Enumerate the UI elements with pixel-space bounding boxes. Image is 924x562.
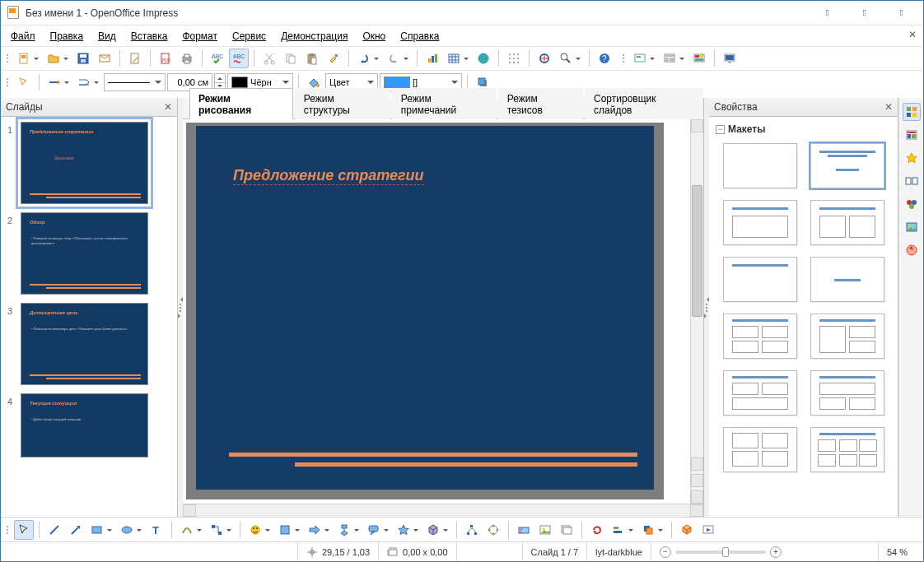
layouts-section-header[interactable]: −Макеты [714, 120, 893, 138]
symbol-shapes-button[interactable] [275, 520, 303, 540]
auto-spellcheck-button[interactable]: ABC [229, 49, 249, 68]
fontwork-button[interactable]: ƒ [514, 520, 534, 540]
sidebar-transition-icon[interactable] [903, 172, 921, 190]
toolbar-grip[interactable] [5, 526, 10, 534]
new-button[interactable] [14, 49, 42, 68]
layout-6box[interactable] [810, 427, 884, 472]
email-button[interactable] [95, 49, 114, 68]
slide-thumb-4[interactable]: 4 Текущая ситуация • Дайте обзор текущей… [7, 393, 170, 457]
menu-view[interactable]: Вид [91, 28, 123, 44]
slide-thumb-1[interactable]: 1 Предложение стратегии Заголовок [7, 122, 170, 204]
status-page[interactable]: Слайд 1 / 7 [522, 542, 587, 561]
align-button[interactable] [609, 520, 637, 540]
arrow-style-button[interactable] [74, 72, 102, 92]
sidebar-animation-icon[interactable] [903, 149, 921, 167]
toolbar-grip[interactable] [621, 54, 626, 63]
status-zoom[interactable]: 54 % [878, 542, 923, 561]
block-arrows-button[interactable] [305, 520, 333, 540]
menu-file[interactable]: Файл [4, 28, 42, 44]
layout-blank[interactable] [723, 143, 797, 188]
slide-thumbnails[interactable]: 1 Предложение стратегии Заголовок 2 Обзо… [1, 117, 177, 517]
layout-4box[interactable] [723, 427, 797, 472]
slide-template-button[interactable] [630, 49, 658, 68]
window-minimize-button[interactable]:  [809, 2, 846, 25]
edit-doc-button[interactable] [125, 49, 145, 68]
connector-tool-button[interactable] [207, 520, 235, 540]
paste-button[interactable] [302, 49, 322, 68]
menu-help[interactable]: Справка [394, 28, 446, 44]
chart-button[interactable] [422, 49, 442, 68]
table-button[interactable] [444, 49, 472, 68]
sidebar-gallery-icon[interactable] [903, 218, 921, 236]
layout-2x2[interactable] [723, 314, 797, 359]
sidebar-styles-icon[interactable] [903, 195, 921, 213]
menu-slideshow[interactable]: Демонстрация [274, 28, 354, 44]
tab-notes[interactable]: Режим примечаний [392, 88, 497, 119]
slide-title-placeholder[interactable]: Предложение стратегии [233, 167, 424, 185]
layout-2-1[interactable] [723, 370, 797, 416]
select-tool-button[interactable] [14, 520, 34, 540]
scroll-right-button[interactable] [690, 504, 703, 517]
animated-image-button[interactable] [557, 520, 576, 540]
slide-layout-button[interactable] [660, 49, 688, 68]
stars-button[interactable] [394, 520, 422, 540]
sidebar-navigator-icon[interactable] [903, 241, 921, 259]
undo-button[interactable] [354, 49, 382, 68]
document-close-button[interactable]: ✕ [908, 29, 917, 40]
layout-2over1[interactable] [810, 370, 884, 416]
redo-button[interactable] [384, 49, 412, 68]
presentation-button[interactable] [720, 49, 740, 68]
menu-format[interactable]: Формат [175, 28, 224, 44]
interaction-button[interactable] [698, 520, 718, 540]
slide-design-button[interactable] [689, 49, 709, 68]
from-file-button[interactable] [535, 520, 555, 540]
toolbar-grip[interactable] [5, 54, 10, 63]
slide-thumb-3[interactable]: 3 Долгосрочная цель • Обозначьте желаему… [7, 303, 170, 385]
tab-handout[interactable]: Режим тезисов [498, 88, 583, 119]
tab-sorter[interactable]: Сортировщик слайдов [585, 88, 703, 119]
scroll-up-button[interactable] [691, 119, 703, 132]
prev-slide-button[interactable] [691, 474, 703, 487]
menu-tools[interactable]: Сервис [226, 28, 273, 44]
rotate-button[interactable] [587, 520, 607, 540]
spellcheck-button[interactable]: ABC [208, 49, 227, 68]
layout-title-content[interactable] [723, 200, 797, 245]
callouts-button[interactable] [364, 520, 392, 540]
zoom-in-button[interactable]: + [770, 546, 782, 558]
next-slide-button[interactable] [691, 490, 703, 504]
text-tool-button[interactable]: T [147, 520, 166, 540]
open-button[interactable] [44, 49, 72, 68]
copy-button[interactable] [281, 49, 301, 68]
arrange-button[interactable] [638, 520, 666, 540]
grid-button[interactable] [504, 49, 524, 68]
line-tool-button[interactable] [44, 520, 64, 540]
toolbar-grip[interactable] [5, 78, 10, 86]
arrow-line-button[interactable] [66, 520, 86, 540]
layout-title[interactable] [810, 143, 884, 188]
flowchart-button[interactable] [334, 520, 362, 540]
curve-tool-button[interactable] [177, 520, 205, 540]
canvas-vertical-scrollbar[interactable] [690, 119, 703, 504]
layout-title-only[interactable] [723, 257, 797, 302]
scroll-down-button[interactable] [691, 457, 703, 471]
extrusion-button[interactable] [677, 520, 697, 540]
edit-points-button[interactable] [462, 520, 482, 540]
vertical-scroll-thumb[interactable] [692, 185, 702, 317]
format-paintbrush-button[interactable] [324, 49, 343, 68]
layout-centered[interactable] [810, 257, 884, 302]
save-button[interactable] [73, 49, 93, 68]
line-endings-button[interactable] [44, 72, 72, 92]
export-pdf-button[interactable]: PDF [156, 49, 175, 68]
slide-thumb-2[interactable]: 2 Обзор • Опишите основную тему • Обозна… [7, 212, 170, 295]
tab-drawing[interactable]: Режим рисования [189, 88, 293, 119]
canvas-horizontal-scrollbar[interactable] [183, 504, 703, 517]
scroll-left-button[interactable] [183, 504, 196, 517]
window-maximize-button[interactable]:  [846, 2, 883, 25]
slides-panel-close-button[interactable]: ✕ [164, 101, 172, 113]
basic-shapes-button[interactable] [245, 520, 273, 540]
status-template[interactable]: lyt-darkblue [586, 542, 651, 561]
print-button[interactable] [177, 49, 197, 68]
window-close-button[interactable]:  [883, 2, 920, 25]
glue-points-button[interactable] [483, 520, 503, 540]
slide-canvas[interactable]: Предложение стратегии Заголовок [183, 119, 690, 504]
